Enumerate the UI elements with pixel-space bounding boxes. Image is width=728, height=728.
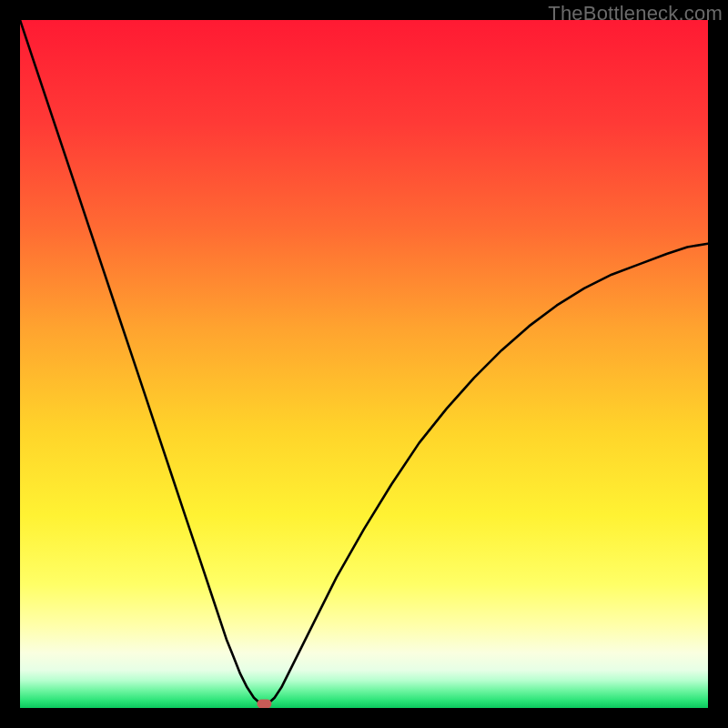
optimal-point-marker <box>257 700 271 709</box>
chart-frame <box>20 20 708 708</box>
bottleneck-chart <box>20 20 708 708</box>
gradient-background <box>20 20 708 708</box>
watermark-text: TheBottleneck.com <box>548 2 723 25</box>
